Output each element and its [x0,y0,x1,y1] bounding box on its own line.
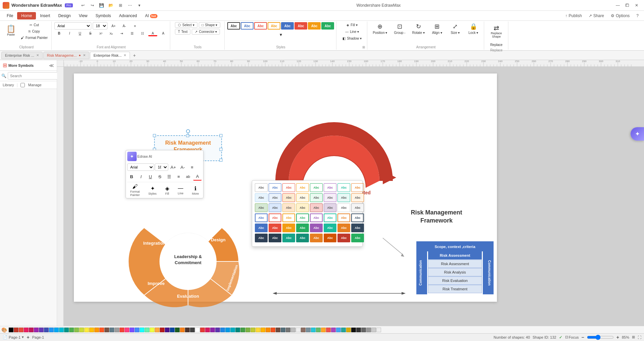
color-yellow2[interactable] [150,328,154,332]
fill-btn[interactable]: ◈ Fill ▾ [341,22,363,28]
select-btn[interactable]: ⬡ Select ▾ [175,22,197,28]
color-extra16[interactable] [276,328,280,332]
connector-btn[interactable]: ↗ Connector ▾ [192,29,220,35]
cut-btn[interactable]: ✂ Cut [19,22,49,28]
redo-btn[interactable]: ↪ [88,2,97,9]
save-local-btn[interactable]: 💾 [97,2,106,9]
sp-3-1[interactable]: Abc [255,203,268,212]
sp-3-2[interactable]: Abc [269,203,281,212]
color-yellow3[interactable] [180,328,185,332]
zoom-in-btn[interactable]: + [616,335,619,340]
fullscreen-btn[interactable]: ⛶ [638,335,641,339]
copy-btn[interactable]: ⎘ Copy [19,29,49,34]
publish-btn[interactable]: ↑ Publish [563,12,585,19]
ft-underline-btn[interactable]: U [146,173,155,181]
color-purple3[interactable] [165,328,170,332]
color-blue2[interactable] [135,328,139,332]
color-extra5[interactable] [220,328,225,332]
color-brown[interactable] [104,328,109,332]
ft-line-btn[interactable]: — Line [178,185,183,195]
tab-2-close[interactable]: ● [79,53,81,57]
style-cell-8[interactable]: Abc [321,22,334,30]
ft-color-btn[interactable]: A [193,173,202,181]
color-magenta[interactable] [29,328,34,332]
tab-3[interactable]: Enterprise Risk... ✕ [90,52,130,59]
color-picker-icon[interactable]: 🎨 [1,327,7,333]
add-page-btn[interactable]: + [27,335,29,340]
line-btn[interactable]: — Line ▾ [341,29,363,35]
color-purple[interactable] [34,328,39,332]
sp-4-5[interactable]: Abc [310,213,323,222]
color-white[interactable] [195,328,200,332]
sp-6-2[interactable]: Abc [269,234,281,242]
font-family-select[interactable]: Arial [54,22,91,30]
template-btn[interactable]: ⊞ [116,2,125,9]
shape-btn[interactable]: □ Shape ▾ [199,22,221,28]
style-cell-3[interactable]: Abc [254,22,267,30]
ft-fill-btn[interactable]: ◈ Fill [165,185,169,195]
text-btn[interactable]: T Text [175,29,190,35]
color-cyan2[interactable] [140,328,144,332]
color-orange2[interactable] [155,328,159,332]
group-btn[interactable]: ⊡ Group - [392,22,408,35]
color-extra18[interactable] [286,328,290,332]
font-size-select[interactable]: 18 [93,22,107,30]
zoom-out-btn[interactable]: − [582,335,584,340]
minimize-btn[interactable]: — [613,2,623,9]
undo-btn[interactable]: ↩ [78,2,88,9]
align-arrange-btn[interactable]: ⊞ Align ▾ [429,22,446,35]
color-pink2[interactable] [125,328,129,332]
color-amber[interactable] [89,328,94,332]
color-verylight[interactable] [371,328,376,332]
color-extra28[interactable] [336,328,341,332]
ft-format-painter-btn[interactable]: 🖌 FormatPainter [130,184,140,197]
sp-2-6[interactable]: Abc [324,193,336,202]
sel-handle-mr[interactable] [220,148,222,151]
menu-design[interactable]: Design [54,12,75,19]
sel-handle-tl[interactable] [153,134,156,137]
color-nearwhite[interactable] [376,328,381,332]
menu-home[interactable]: Home [17,12,36,19]
color-green2[interactable] [145,328,149,332]
color-extra2[interactable] [205,328,210,332]
sp-4-2[interactable]: Abc [269,213,281,222]
italic-btn[interactable]: I [65,31,74,36]
color-extra20[interactable] [296,328,301,332]
color-grey[interactable] [114,328,119,332]
open-btn[interactable]: 📂 [106,2,116,9]
sp-3-8[interactable]: Abc [351,203,364,212]
menu-view[interactable]: View [75,12,92,19]
color-extra3[interactable] [210,328,215,332]
sp-1-6[interactable]: Abc [324,183,336,192]
color-extra1[interactable] [200,328,205,332]
ft-increase-btn[interactable]: A+ [169,163,178,171]
sp-6-7[interactable]: Abc [337,234,350,242]
style-cell-2[interactable]: Abc [241,22,254,30]
subscript-btn[interactable]: X₂ [106,31,116,36]
menu-advanced[interactable]: Advanced [115,12,141,19]
highlight-btn[interactable]: A [158,31,168,36]
color-yellow[interactable] [84,328,89,332]
sp-6-3[interactable]: Abc [282,234,295,242]
color-black2[interactable] [351,328,356,332]
increase-font-btn[interactable]: A+ [109,23,118,29]
tab-2-close-x[interactable]: ✕ [83,53,86,57]
options-btn[interactable]: ⚙ Options [608,12,632,19]
ft-size-select[interactable]: 18 [155,163,168,171]
ai-edraw-btn[interactable]: ✦ [127,152,137,161]
color-extra9[interactable] [240,328,245,332]
color-blue-grey[interactable] [109,328,114,332]
color-green3[interactable] [175,328,180,332]
shadow-btn[interactable]: ◧ Shadow ▾ [341,36,363,41]
sp-5-2[interactable]: Abc [269,224,281,232]
color-extra21[interactable] [301,328,306,332]
superscript-btn[interactable]: X² [96,31,105,36]
sp-3-4[interactable]: Abc [296,203,309,212]
sp-4-3[interactable]: Abc [282,213,295,222]
ai-assistant-btn[interactable]: ✦ [631,127,644,141]
styles-expand-btn[interactable]: ▾ [276,31,285,38]
ft-italic-btn[interactable]: I [137,173,145,181]
ft-decrease-btn[interactable]: A- [178,163,187,171]
menu-ai[interactable]: AI hot [141,12,162,19]
sp-6-4[interactable]: Abc [296,234,309,242]
